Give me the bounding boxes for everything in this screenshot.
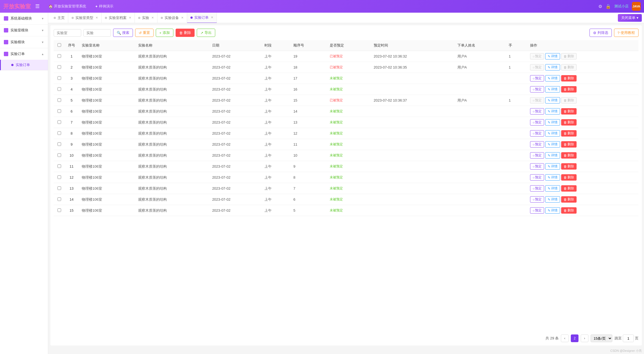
- row-checkbox-cell[interactable]: [54, 84, 65, 95]
- pagination-current-page[interactable]: 2: [571, 334, 578, 342]
- row-checkbox[interactable]: [58, 164, 61, 168]
- detail-button[interactable]: ✎ 详情: [545, 64, 560, 70]
- row-checkbox[interactable]: [58, 54, 61, 58]
- row-checkbox-cell[interactable]: [54, 106, 65, 117]
- delete-row-button[interactable]: 🗑 删除: [561, 174, 577, 181]
- select-all-header[interactable]: [54, 40, 65, 51]
- tab-home[interactable]: 主页: [50, 13, 68, 23]
- reserve-button[interactable]: ○ 预定: [530, 108, 544, 115]
- experiment-search-input[interactable]: [83, 29, 111, 37]
- reserve-button[interactable]: ○ 预定: [530, 119, 544, 126]
- row-checkbox-cell[interactable]: [54, 95, 65, 106]
- sidebar-group-system-header[interactable]: 系统基础模块 ▼: [0, 13, 48, 24]
- detail-button[interactable]: ✎ 详情: [545, 119, 560, 126]
- delete-row-button[interactable]: 🗑 删除: [561, 130, 577, 137]
- row-checkbox-cell[interactable]: [54, 51, 65, 62]
- delete-button[interactable]: 🗑 删除: [176, 29, 195, 37]
- reserve-button[interactable]: ○ 预定: [530, 130, 544, 137]
- delete-row-button[interactable]: 🗑 删除: [561, 86, 577, 92]
- row-checkbox[interactable]: [58, 65, 61, 69]
- reserve-button[interactable]: ○ 预定: [530, 207, 544, 214]
- reserve-button[interactable]: ○ 预定: [530, 163, 544, 170]
- delete-row-button[interactable]: 🗑 删除: [561, 108, 577, 115]
- row-checkbox[interactable]: [58, 208, 61, 212]
- goto-input[interactable]: [623, 334, 634, 342]
- detail-button[interactable]: ✎ 详情: [545, 130, 560, 137]
- row-checkbox[interactable]: [58, 197, 61, 201]
- row-checkbox[interactable]: [58, 76, 61, 80]
- delete-row-button[interactable]: 🗑 删除: [561, 75, 577, 81]
- row-checkbox-cell[interactable]: [54, 150, 65, 161]
- delete-row-button[interactable]: 🗑 删除: [561, 141, 577, 148]
- per-page-select[interactable]: 15条/页 20条/页 50条/页: [591, 334, 612, 342]
- row-checkbox-cell[interactable]: [54, 172, 65, 183]
- settings-icon[interactable]: ⚙: [598, 4, 602, 9]
- delete-row-button[interactable]: 🗑 删除: [561, 196, 577, 203]
- add-button[interactable]: + 添加: [156, 29, 173, 37]
- tab-lab-type[interactable]: 实验室类型 ✕: [68, 13, 102, 23]
- reserve-button[interactable]: ○ 预定: [530, 152, 544, 159]
- tab-lab-archive[interactable]: 实验室档案 ✕: [102, 13, 135, 23]
- row-checkbox-cell[interactable]: [54, 194, 65, 205]
- menu-toggle-icon[interactable]: ☰: [35, 3, 40, 9]
- select-all-checkbox[interactable]: [58, 43, 61, 47]
- row-checkbox[interactable]: [58, 131, 61, 135]
- row-checkbox-cell[interactable]: [54, 205, 65, 216]
- detail-button[interactable]: ✎ 详情: [545, 53, 560, 59]
- pagination-next-button[interactable]: ›: [581, 334, 588, 342]
- delete-row-button[interactable]: 🗑 删除: [561, 185, 577, 192]
- row-checkbox[interactable]: [58, 142, 61, 146]
- close-icon[interactable]: ✕: [181, 16, 184, 20]
- reserve-button[interactable]: ○ 预定: [530, 185, 544, 192]
- reserve-button[interactable]: ○ 预定: [530, 86, 544, 92]
- filter-button[interactable]: ⚙ 列筛选: [590, 29, 612, 37]
- nav-item-home[interactable]: 🏠 开放实验室管理系统: [44, 0, 91, 13]
- reset-button[interactable]: ↺ 重置: [135, 29, 154, 37]
- reserve-button[interactable]: ○ 预定: [530, 196, 544, 203]
- delete-row-button[interactable]: 🗑 删除: [561, 152, 577, 159]
- reserve-button[interactable]: ○ 预定: [530, 141, 544, 148]
- detail-button[interactable]: ✎ 详情: [545, 75, 560, 81]
- sidebar-group-lab-header[interactable]: 实验室模块 ▼: [0, 24, 48, 36]
- reserve-button[interactable]: ○ 预定: [530, 75, 544, 81]
- row-checkbox-cell[interactable]: [54, 117, 65, 128]
- row-checkbox[interactable]: [58, 120, 61, 124]
- close-icon[interactable]: ✕: [151, 16, 154, 20]
- detail-button[interactable]: ✎ 详情: [545, 86, 560, 92]
- row-checkbox[interactable]: [58, 175, 61, 179]
- tutorial-button[interactable]: ? 使用教程: [614, 29, 638, 37]
- detail-button[interactable]: ✎ 详情: [545, 174, 560, 181]
- row-checkbox-cell[interactable]: [54, 62, 65, 73]
- lock-icon[interactable]: 🔒: [605, 4, 611, 9]
- row-checkbox[interactable]: [58, 186, 61, 190]
- row-checkbox-cell[interactable]: [54, 128, 65, 139]
- tab-experiment[interactable]: 实验 ✕: [135, 13, 157, 23]
- row-checkbox[interactable]: [58, 153, 61, 157]
- close-icon[interactable]: ✕: [95, 16, 98, 20]
- detail-button[interactable]: ✎ 详情: [545, 185, 560, 192]
- detail-button[interactable]: ✎ 详情: [545, 163, 560, 170]
- close-menu-button[interactable]: 关闭菜单 ▾: [618, 14, 642, 22]
- reserve-button[interactable]: ○ 预定: [530, 174, 544, 181]
- sidebar-group-experiment-header[interactable]: 实验模块 ▼: [0, 36, 48, 48]
- row-checkbox[interactable]: [58, 98, 61, 102]
- close-icon[interactable]: ✕: [211, 16, 213, 19]
- tab-lab-equipment[interactable]: 实验设备 ✕: [157, 13, 187, 23]
- detail-button[interactable]: ✎ 详情: [545, 152, 560, 159]
- detail-button[interactable]: ✎ 详情: [545, 97, 560, 104]
- sidebar-group-order-header[interactable]: 实验订单 ▲: [0, 48, 48, 60]
- delete-row-button[interactable]: 🗑 删除: [561, 207, 577, 214]
- detail-button[interactable]: ✎ 详情: [545, 196, 560, 203]
- lab-search-input[interactable]: [54, 29, 81, 37]
- row-checkbox[interactable]: [58, 109, 61, 113]
- close-icon[interactable]: ✕: [129, 16, 131, 20]
- detail-button[interactable]: ✎ 详情: [545, 108, 560, 115]
- search-button[interactable]: 🔍 搜索: [113, 29, 133, 37]
- row-checkbox-cell[interactable]: [54, 183, 65, 194]
- tab-experiment-order[interactable]: 实验订单 ✕: [187, 13, 217, 23]
- sidebar-item-experiment-order[interactable]: 实验订单: [0, 60, 48, 70]
- nav-item-demo[interactable]: ✦ 样例演示: [91, 0, 118, 13]
- row-checkbox-cell[interactable]: [54, 139, 65, 150]
- row-checkbox-cell[interactable]: [54, 161, 65, 172]
- row-checkbox[interactable]: [58, 87, 61, 91]
